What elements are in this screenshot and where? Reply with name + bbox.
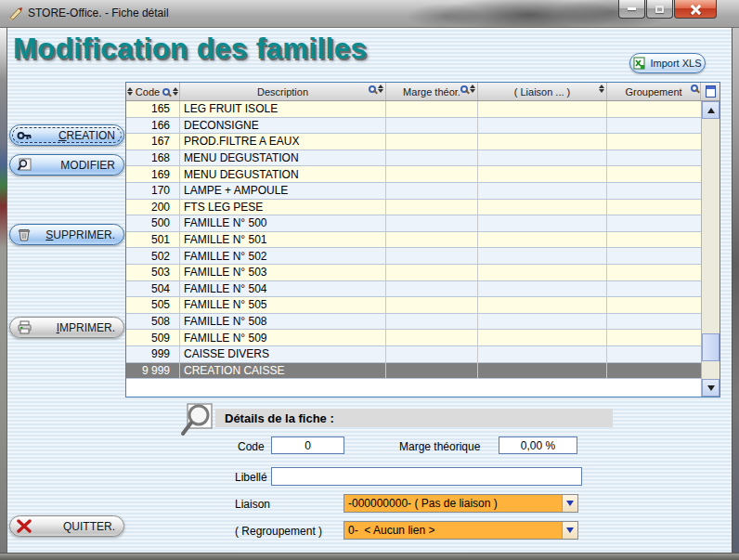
table-row[interactable]: 501FAMILLE N° 501 bbox=[126, 232, 720, 249]
table-cell[interactable] bbox=[478, 183, 607, 199]
table-row[interactable]: 9 999CREATION CAISSE bbox=[126, 363, 720, 380]
minimize-button[interactable] bbox=[618, 0, 645, 19]
table-cell[interactable] bbox=[386, 346, 478, 362]
table-cell[interactable] bbox=[386, 200, 478, 215]
table-cell[interactable]: 999 bbox=[126, 346, 180, 362]
table-cell[interactable] bbox=[386, 297, 478, 313]
table-row[interactable]: 504FAMILLE N° 504 bbox=[126, 281, 720, 298]
table-row[interactable]: 999CAISSE DIVERS bbox=[126, 346, 720, 363]
table-cell[interactable] bbox=[478, 150, 607, 166]
table-cell[interactable]: 168 bbox=[126, 150, 180, 166]
regroupement-dropdown[interactable]: 0- < Aucun lien > bbox=[344, 521, 578, 540]
table-cell[interactable] bbox=[478, 215, 607, 231]
table-cell[interactable] bbox=[386, 314, 478, 330]
table-row[interactable]: 167PROD.FILTRE A EAUX bbox=[126, 134, 720, 150]
search-icon[interactable] bbox=[691, 85, 698, 92]
table-cell[interactable] bbox=[386, 101, 478, 117]
table-cell[interactable] bbox=[478, 166, 607, 182]
search-icon[interactable] bbox=[162, 88, 170, 96]
table-cell[interactable]: 501 bbox=[126, 232, 180, 248]
table-cell[interactable]: 509 bbox=[126, 330, 180, 345]
scroll-down-button[interactable] bbox=[702, 379, 720, 397]
libelle-field[interactable] bbox=[271, 467, 582, 486]
table-cell[interactable]: 505 bbox=[126, 297, 180, 313]
table-cell[interactable] bbox=[386, 330, 478, 345]
table-row[interactable]: 505FAMILLE N° 505 bbox=[126, 297, 720, 314]
table-cell[interactable] bbox=[386, 265, 478, 280]
table-row[interactable]: 166DECONSIGNE bbox=[126, 118, 720, 135]
search-icon[interactable] bbox=[460, 85, 468, 93]
table-cell[interactable] bbox=[478, 363, 607, 379]
table-cell[interactable]: FAMILLE N° 509 bbox=[180, 330, 386, 345]
liaison-dropdown[interactable]: -000000000- ( Pas de liaison ) bbox=[344, 494, 578, 513]
sort-icon[interactable] bbox=[470, 85, 475, 93]
table-cell[interactable]: FAMILLE N° 502 bbox=[180, 248, 386, 264]
table-cell[interactable] bbox=[386, 183, 478, 199]
table-cell[interactable] bbox=[386, 281, 478, 297]
import-xls-button[interactable]: Import XLS bbox=[629, 53, 706, 73]
table-cell[interactable] bbox=[386, 166, 478, 182]
table-corner[interactable] bbox=[701, 83, 720, 100]
table-row[interactable]: 509FAMILLE N° 509 bbox=[126, 330, 720, 346]
table-cell[interactable]: MENU DEGUSTATION bbox=[180, 150, 386, 166]
column-header-description[interactable]: Description bbox=[180, 83, 386, 100]
table-cell[interactable] bbox=[386, 134, 478, 150]
table-cell[interactable] bbox=[386, 215, 478, 231]
table-row[interactable]: 502FAMILLE N° 502 bbox=[126, 248, 720, 265]
table-cell[interactable] bbox=[386, 248, 478, 264]
table-cell[interactable] bbox=[478, 101, 607, 117]
dropdown-arrow-button[interactable] bbox=[562, 522, 577, 539]
table-row[interactable]: 500FAMILLE N° 500 bbox=[126, 215, 720, 232]
close-button[interactable] bbox=[674, 0, 717, 19]
sort-icon[interactable] bbox=[599, 85, 604, 93]
table-cell[interactable]: 170 bbox=[126, 183, 180, 199]
table-cell[interactable] bbox=[478, 314, 607, 330]
table-cell[interactable] bbox=[478, 330, 607, 345]
sort-icon[interactable] bbox=[173, 87, 178, 96]
marge-field[interactable] bbox=[499, 436, 577, 454]
supprimer-button[interactable]: SUPPRIMER. bbox=[9, 224, 124, 245]
table-cell[interactable]: 200 bbox=[126, 200, 180, 215]
imprimer-button[interactable]: IMPRIMER. bbox=[9, 317, 124, 338]
table-cell[interactable]: 167 bbox=[126, 134, 180, 150]
quitter-button[interactable]: QUITTER. bbox=[9, 515, 124, 537]
table-cell[interactable]: FAMILLE N° 505 bbox=[180, 297, 386, 313]
table-cell[interactable]: 503 bbox=[126, 265, 180, 280]
table-cell[interactable]: LEG FRUIT ISOLE bbox=[180, 101, 386, 117]
table-cell[interactable]: FAMILLE N° 504 bbox=[180, 281, 386, 297]
table-cell[interactable] bbox=[386, 118, 478, 134]
titlebar[interactable]: STORE-Office. - Fiche détail bbox=[0, 0, 739, 28]
table-cell[interactable] bbox=[478, 134, 607, 150]
scrollbar-thumb[interactable] bbox=[702, 333, 720, 361]
table-cell[interactable]: CREATION CAISSE bbox=[180, 363, 386, 379]
table-cell[interactable]: 165 bbox=[126, 101, 180, 117]
table-cell[interactable] bbox=[478, 232, 607, 248]
table-cell[interactable]: 508 bbox=[126, 314, 180, 330]
table-cell[interactable]: 166 bbox=[126, 118, 180, 134]
table-cell[interactable]: DECONSIGNE bbox=[180, 118, 386, 134]
table-row[interactable]: 200FTS LEG PESE bbox=[126, 200, 720, 216]
table-cell[interactable] bbox=[478, 200, 607, 215]
column-header-code[interactable]: Code bbox=[126, 83, 180, 100]
table-cell[interactable] bbox=[478, 118, 607, 134]
table-cell[interactable]: FAMILLE N° 500 bbox=[180, 215, 386, 231]
table-cell[interactable] bbox=[386, 363, 478, 379]
dropdown-arrow-button[interactable] bbox=[562, 495, 577, 512]
table-cell[interactable]: 500 bbox=[126, 215, 180, 231]
table-cell[interactable] bbox=[386, 232, 478, 248]
table-row[interactable]: 168MENU DEGUSTATION bbox=[126, 150, 720, 167]
column-header-marge[interactable]: Marge théor. bbox=[386, 83, 478, 100]
table-cell[interactable]: PROD.FILTRE A EAUX bbox=[180, 134, 386, 150]
table-cell[interactable]: MENU DEGUSTATION bbox=[180, 166, 386, 182]
table-cell[interactable]: FAMILLE N° 503 bbox=[180, 265, 386, 280]
column-header-liaison[interactable]: ( Liaison ... ) bbox=[478, 83, 607, 100]
table-cell[interactable]: 502 bbox=[126, 248, 180, 264]
table-row[interactable]: 169MENU DEGUSTATION bbox=[126, 166, 720, 183]
column-header-groupement[interactable]: Groupement bbox=[607, 83, 701, 100]
table-row[interactable]: 165LEG FRUIT ISOLE bbox=[126, 101, 720, 118]
table-cell[interactable] bbox=[478, 265, 607, 280]
table-cell[interactable] bbox=[478, 297, 607, 313]
modifier-button[interactable]: MODIFIER bbox=[9, 154, 124, 176]
code-field[interactable] bbox=[271, 436, 344, 454]
table-cell[interactable]: 9 999 bbox=[126, 363, 180, 379]
